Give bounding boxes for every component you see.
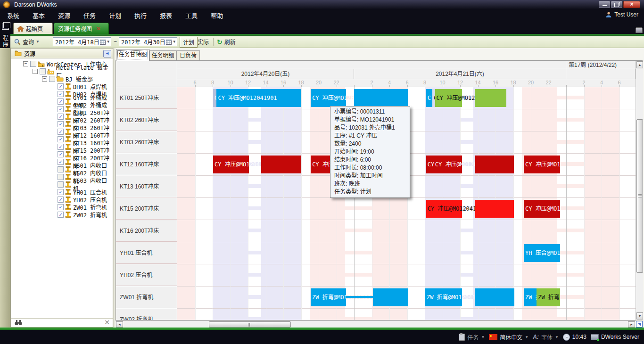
tree-checkbox[interactable]: ✓ [58, 144, 64, 150]
tree-checkbox[interactable]: ✓ [58, 136, 64, 142]
task-bar[interactable] [475, 156, 514, 173]
tree-checkbox[interactable]: ✓ [58, 91, 64, 97]
task-bar[interactable]: ZW 折弯@MO12041901 [311, 288, 346, 306]
status-language-menu[interactable]: 简体中文 ▼ [489, 333, 528, 341]
status-font-menu[interactable]: A: 字体 ▼ [533, 333, 559, 341]
task-bar[interactable]: CY 冲压@MO12041901 [311, 89, 346, 107]
menu-item-3[interactable]: 任务 [77, 9, 102, 23]
tree-checkbox[interactable] [30, 61, 36, 67]
calendar-icon[interactable] [166, 39, 172, 45]
tab-close-icon[interactable]: ✕ [96, 25, 101, 32]
tree-expander-icon[interactable]: − [33, 69, 38, 74]
task-bar[interactable] [261, 156, 301, 173]
tree-checkbox[interactable]: ✓ [58, 114, 64, 120]
tree-item[interactable]: ✓ZW02 折弯机 [11, 211, 113, 218]
task-bar[interactable] [354, 89, 408, 107]
view-tab-0[interactable]: 任务甘特图 [116, 49, 149, 61]
tree-item[interactable]: ✓ZW01 折弯机 [11, 203, 113, 211]
tree-checkbox[interactable]: ✓ [58, 106, 64, 112]
tree-item[interactable]: ✓YH02 压合机 [11, 196, 113, 203]
menu-item-8[interactable]: 帮助 [204, 9, 230, 23]
task-bar[interactable]: C [213, 89, 217, 107]
tree-checkbox[interactable]: ✓ [58, 204, 64, 210]
scroll-up-icon[interactable]: ▲ [636, 61, 643, 68]
tree-checkbox[interactable] [49, 76, 55, 82]
menu-item-4[interactable]: 计划 [102, 9, 128, 23]
task-bar[interactable] [373, 288, 408, 306]
date-to-field[interactable]: 2012年 4月30日 ▼ [119, 37, 177, 46]
tab-resource-task-view[interactable]: 资源任务视图 ✕ [54, 23, 109, 34]
side-strip[interactable] [0, 48, 10, 328]
tree-checkbox[interactable]: ✓ [58, 129, 64, 135]
panel-close-icon[interactable]: ✕ [104, 319, 110, 326]
refresh-button[interactable]: ↻ 刷新 [217, 38, 236, 46]
menu-item-6[interactable]: 报表 [153, 9, 179, 23]
tree-checkbox[interactable]: ✓ [58, 159, 64, 165]
task-bar[interactable]: C [426, 89, 432, 107]
task-bar[interactable]: ZW 折弯 [524, 288, 537, 306]
float-window-icon[interactable] [636, 27, 643, 33]
vertical-scrollbar[interactable]: ▲ ▼ [636, 61, 643, 320]
date-from-dropdown-icon[interactable]: ▼ [106, 40, 111, 44]
query-dropdown-icon[interactable]: ▼ [36, 40, 40, 44]
scroll-down-icon[interactable]: ▼ [636, 312, 643, 319]
scroll-corner-button[interactable]: ◥ [636, 321, 643, 328]
actual-toggle-button[interactable]: 实际 [198, 38, 209, 46]
tree-checkbox[interactable]: ✓ [58, 151, 64, 157]
menu-item-5[interactable]: 执行 [128, 9, 153, 23]
task-bar[interactable]: CY 冲压@MO12041904 [524, 156, 560, 173]
tree-checkbox[interactable]: ✓ [58, 212, 64, 218]
menu-item-7[interactable]: 工具 [179, 9, 204, 23]
date-to-dropdown-icon[interactable]: ▼ [172, 40, 177, 44]
calendar-icon[interactable] [100, 39, 106, 45]
minimize-button[interactable] [599, 1, 610, 8]
task-bar[interactable] [475, 288, 514, 306]
tree-checkbox[interactable]: ✓ [58, 189, 64, 195]
tree-checkbox[interactable] [58, 174, 64, 180]
scroll-left-icon[interactable]: ◄ [116, 321, 123, 328]
task-bar[interactable]: CY 冲压@MO12041903 [426, 200, 462, 218]
vertical-scrollbar-thumb[interactable] [636, 119, 643, 273]
task-bar[interactable] [475, 200, 514, 218]
task-bar[interactable] [475, 89, 506, 107]
horizontal-scrollbar[interactable]: ◄ ► [116, 320, 636, 328]
tree-item[interactable]: ✓YH01 压合机 [11, 188, 113, 196]
task-bar[interactable]: ZW 折弯@MO12041901 [425, 288, 462, 306]
restore-button[interactable] [611, 1, 622, 8]
view-tab-1[interactable]: 任务明细 [149, 50, 176, 61]
task-bar[interactable]: CY 冲压@MO12041904 [434, 156, 462, 173]
tree-expander-icon[interactable]: − [23, 61, 28, 66]
tree-checkbox[interactable]: ✓ [58, 98, 64, 105]
query-button[interactable]: 查询 ▼ [14, 38, 40, 46]
task-bar[interactable]: YH 压合@MO12041905 [524, 244, 560, 262]
tree-item[interactable]: −Metal Plate 钣金厂 [11, 67, 113, 75]
view-tab-2[interactable]: 日负荷 [176, 50, 200, 61]
date-from-value[interactable]: 2012年 4月18日 [53, 38, 100, 46]
task-bar[interactable]: ZW 折弯 [537, 288, 560, 306]
task-bar[interactable]: CY 冲压@MO12041901 [216, 89, 301, 107]
tree-checkbox[interactable]: ✓ [58, 121, 64, 127]
task-bar[interactable]: CY 冲压@MO12041904 [213, 156, 249, 173]
plan-toggle-button[interactable]: 计划 [180, 37, 198, 48]
tree-checkbox[interactable] [40, 68, 46, 74]
task-bar[interactable] [346, 296, 373, 298]
status-server[interactable]: DWorks Server [591, 334, 639, 340]
find-binoculars-icon[interactable] [15, 319, 22, 326]
windows-stack-icon[interactable] [2, 24, 9, 30]
tree-expander-icon[interactable]: − [42, 76, 47, 82]
tab-start-page[interactable]: 起始页 [13, 23, 53, 34]
menu-item-1[interactable]: 基本 [26, 9, 51, 23]
horizontal-scrollbar-thumb[interactable] [209, 321, 291, 328]
date-to-value[interactable]: 2012年 4月30日 [119, 38, 166, 46]
collapse-panel-button[interactable]: ◄ [103, 50, 111, 57]
date-from-field[interactable]: 2012年 4月18日 ▼ [53, 37, 111, 46]
scroll-right-icon[interactable]: ► [628, 321, 635, 328]
task-bar[interactable]: CY 冲压@MO12041902 [435, 89, 462, 107]
task-bar[interactable]: CY 冲压@MO12041903 [524, 200, 560, 218]
menu-item-0[interactable]: 系统 [0, 9, 26, 23]
close-button[interactable]: × [623, 1, 640, 8]
task-bar[interactable]: CY 冲 [426, 156, 434, 173]
tree-item[interactable]: NS03 内收口机 [11, 180, 113, 188]
tree-checkbox[interactable] [58, 166, 64, 172]
tree-checkbox[interactable]: ✓ [58, 83, 64, 90]
